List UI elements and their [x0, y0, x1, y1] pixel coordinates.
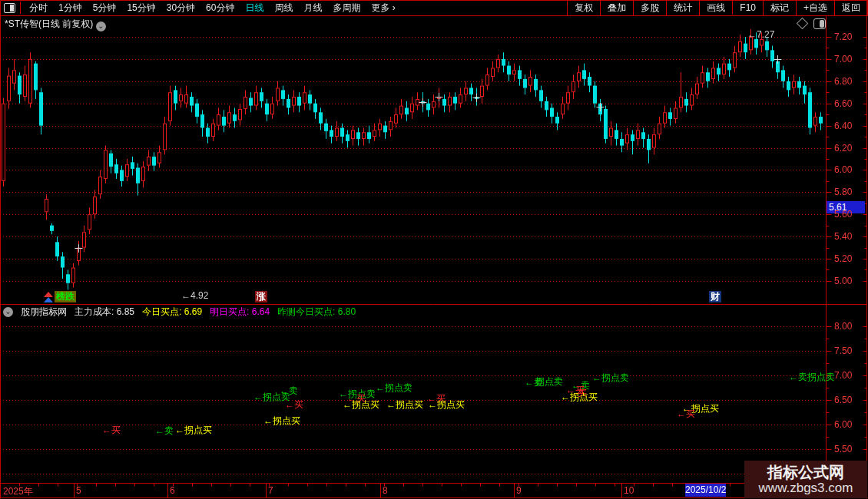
x-axis-label-2: 6 — [170, 485, 175, 496]
collapse-indicator-icon[interactable]: ⌄ — [3, 307, 13, 317]
signal-label-8: ←拐点卖 — [376, 382, 412, 395]
indicator-header-item-1: 主力成本: 6.85 — [75, 306, 134, 319]
symbol-title: *ST传智(日线 前复权) ⌄ — [5, 18, 106, 31]
toolbar-button-0[interactable]: 复权 — [567, 0, 600, 16]
stock-app-window: 分时1分钟5分钟15分钟30分钟60分钟日线周线月线多周期更多 › 复权叠加多股… — [0, 0, 868, 499]
main-y-label-7.00: 7.00 — [834, 54, 865, 64]
rank-fall-badge[interactable]: 榜跌 — [55, 291, 76, 302]
x-axis-label-1: 5 — [76, 485, 81, 496]
indicator-y-label-5.50: 5.50 — [834, 444, 865, 454]
main-y-label-6.40: 6.40 — [834, 121, 865, 131]
period-tabs: 分时1分钟5分钟15分钟30分钟60分钟日线周线月线多周期更多 › — [0, 0, 401, 15]
signal-label-10: ←拐点买 — [343, 398, 379, 411]
indicator-y-label-6.00: 6.00 — [834, 419, 865, 430]
main-y-label-5.00: 5.00 — [834, 276, 865, 286]
signal-label-6: ←拐点买 — [263, 415, 300, 428]
indicator-header: ⌄ 股朋指标网主力成本: 6.85今日买点: 6.69明日买点: 6.64昨测今… — [3, 306, 356, 318]
period-tab-2[interactable]: 5分钟 — [88, 0, 122, 16]
main-y-label-6.60: 6.60 — [834, 98, 865, 109]
signal-label-1: ←卖 — [155, 425, 174, 438]
chevron-down-icon[interactable]: ⌄ — [96, 21, 106, 31]
signal-label-2: ←拐点买 — [175, 424, 212, 437]
period-tab-4[interactable]: 30分钟 — [161, 0, 200, 16]
indicator-header-item-0: 股朋指标网 — [21, 306, 67, 319]
period-tab-1[interactable]: 1分钟 — [53, 0, 88, 16]
x-axis-label-3: 7 — [268, 485, 273, 496]
high-price-marker: ←7.27 — [747, 29, 774, 40]
x-axis-label-6: 10 — [624, 485, 634, 496]
cursor-date-badge: 2025/10/2 — [685, 484, 726, 497]
signal-label-13: ←拐点买 — [428, 398, 465, 411]
diamond-icon[interactable] — [797, 18, 809, 30]
toolbar-button-6[interactable]: 标记 — [763, 0, 796, 16]
toolbar-divider — [20, 2, 21, 14]
main-y-label-5.60: 5.60 — [834, 209, 865, 220]
period-tab-0[interactable]: 分时 — [24, 0, 53, 16]
toolbar-button-4[interactable]: 画线 — [699, 0, 732, 16]
main-y-label-6.20: 6.20 — [834, 143, 865, 154]
x-axis-label-4: 8 — [383, 485, 388, 496]
signal-label-22: ←买 — [677, 408, 695, 421]
period-tab-7[interactable]: 周线 — [269, 0, 298, 16]
toolbar-button-3[interactable]: 统计 — [666, 0, 699, 16]
window-layout-icon[interactable] — [4, 3, 15, 13]
period-tab-3[interactable]: 15分钟 — [121, 0, 161, 16]
site-watermark: 指标公式网 www.zbgs3.com — [744, 461, 867, 498]
signal-label-20: ←拐点买 — [561, 391, 598, 404]
indicator-y-label-7.00: 7.00 — [834, 370, 865, 381]
period-tab-10[interactable]: 更多 › — [366, 0, 400, 16]
main-y-label-6.80: 6.80 — [834, 76, 865, 87]
main-y-label-6.00: 6.00 — [834, 164, 865, 175]
low-price-marker: ←4.92 — [181, 290, 208, 301]
period-tab-9[interactable]: 多周期 — [327, 0, 366, 16]
signal-label-11: ←拐点买 — [386, 398, 423, 411]
signal-label-4: ←卖 — [280, 385, 298, 398]
signal-label-5: ←买 — [285, 398, 303, 411]
watermark-url: www.zbgs3.com — [759, 481, 853, 496]
main-y-label-5.20: 5.20 — [834, 253, 865, 264]
signal-label-0: ←买 — [102, 424, 121, 437]
toolbar-button-5[interactable]: F10 — [732, 1, 763, 15]
signal-label-15: 拐点卖 — [535, 375, 563, 388]
indicator-header-item-2: 今日买点: 6.69 — [142, 306, 202, 319]
toolbar-button-2[interactable]: 多股 — [633, 0, 666, 16]
indicator-header-item-3: 明日买点: 6.64 — [210, 306, 270, 319]
split-window-icon[interactable] — [813, 18, 826, 29]
x-axis-label-5: 9 — [516, 485, 522, 496]
indicator-y-label-6.50: 6.50 — [834, 395, 865, 405]
rise-badge[interactable]: 涨 — [255, 291, 267, 302]
finance-badge[interactable]: 财 — [709, 291, 721, 302]
indicator-y-label-8.00: 8.00 — [834, 321, 865, 332]
main-y-label-5.40: 5.40 — [834, 231, 865, 242]
toolbar-button-1[interactable]: 叠加 — [600, 0, 633, 16]
watermark-title: 指标公式网 — [767, 464, 844, 481]
period-tab-8[interactable]: 月线 — [298, 0, 327, 16]
top-toolbar: 分时1分钟5分钟15分钟30分钟60分钟日线周线月线多周期更多 › 复权叠加多股… — [0, 0, 868, 15]
main-y-label-7.20: 7.20 — [834, 31, 865, 42]
toolbar-button-8[interactable]: 返回 — [834, 0, 868, 16]
period-tab-6[interactable]: 日线 — [240, 0, 269, 16]
indicator-y-label-7.50: 7.50 — [834, 345, 865, 356]
indicator-header-item-4: 昨测今日买点: 6.80 — [277, 306, 356, 319]
toolbar-button-7[interactable]: +自选 — [796, 0, 834, 16]
signal-label-23: ←卖拐点卖 — [789, 371, 835, 384]
main-y-label-5.80: 5.80 — [834, 187, 865, 197]
kline-chart-canvas[interactable] — [0, 0, 868, 499]
toolbar-actions: 复权叠加多股统计画线F10标记+自选返回 — [567, 0, 868, 15]
signal-label-17: ←拐点卖 — [592, 372, 629, 385]
title-bar: *ST传智(日线 前复权) ⌄ — [0, 16, 866, 30]
symbol-title-text: *ST传智(日线 前复权) — [5, 18, 93, 29]
x-axis-label-0: 2025年 — [3, 485, 33, 498]
period-tab-5[interactable]: 60分钟 — [200, 0, 240, 16]
